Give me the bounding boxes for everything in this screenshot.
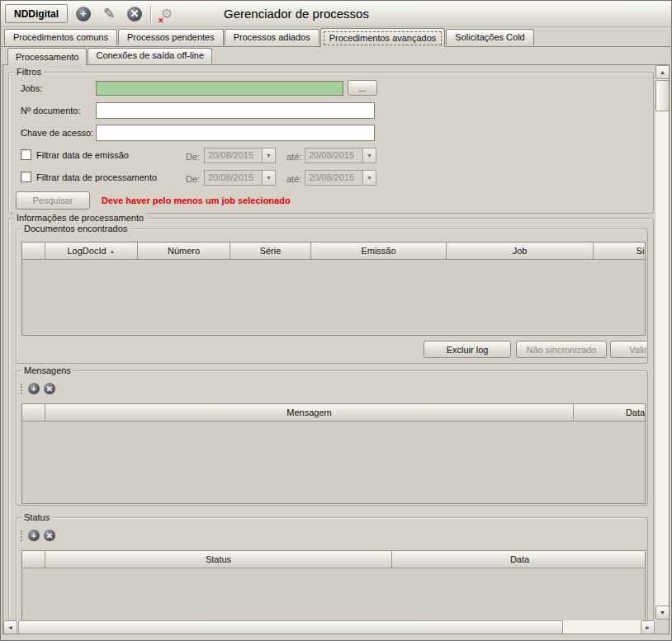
excluir-log-button[interactable]: Excluir log [424, 341, 511, 358]
documentos-clip: LogDocId ▲ Número Série Emissão [17, 230, 646, 362]
mensagens-add-icon[interactable]: + [28, 383, 40, 394]
filtrar-emissao-checkbox[interactable] [21, 149, 31, 160]
col-header-numero[interactable]: Número [138, 243, 230, 260]
tab-label: Processos pendentes [127, 32, 215, 42]
nddigital-menu-button[interactable]: NDDigital [5, 4, 68, 23]
tab-processos-pendentes[interactable]: Processos pendentes [118, 29, 224, 45]
processamento-ate-label: até: [286, 173, 301, 185]
row-selector-header[interactable] [22, 404, 45, 422]
col-header-mensagem[interactable]: Mensagem [45, 404, 574, 422]
jobs-browse-button[interactable]: ... [348, 80, 377, 96]
col-label: Sin [637, 246, 646, 256]
main-toolbar: NDDigital + ✎ ✕ ⚙ ✕ Gerenciador de proce… [1, 1, 671, 27]
messages-grid: Mensagem Data [21, 403, 646, 504]
tab-conexoes-saida-offline[interactable]: Conexões de saída off-line [88, 48, 212, 64]
horizontal-scroll-thumb[interactable] [18, 620, 563, 634]
scrollbar-corner [655, 620, 669, 634]
scroll-left-button[interactable]: ◄ [3, 620, 17, 634]
main-tab-strip: Procedimentos comuns Processos pendentes… [4, 28, 671, 47]
col-header-status[interactable]: Status [45, 551, 392, 568]
documents-grid-header: LogDocId ▲ Número Série Emissão [22, 243, 645, 260]
documents-grid-body[interactable] [22, 260, 645, 336]
col-label: Série [260, 246, 282, 256]
chave-acesso-label: Chave de acesso: [21, 127, 93, 139]
status-add-icon[interactable]: + [28, 530, 40, 541]
scroll-up-button[interactable]: ▲ [655, 65, 670, 79]
emissao-de-datepicker[interactable]: 20/08/2015 ▼ [204, 148, 276, 163]
cancel-process-button-disabled: ⚙ ✕ [157, 4, 177, 24]
filtrar-emissao-label: Filtrar data de emissão [36, 149, 129, 161]
filtrar-processamento-checkbox[interactable] [21, 172, 31, 182]
col-header-data[interactable]: Data [392, 551, 646, 568]
app-title: Gerenciador de processos [224, 7, 369, 21]
mensagens-delete-icon[interactable]: ✕ [44, 383, 55, 394]
dropdown-arrow-icon: ▼ [262, 171, 275, 185]
emissao-ate-datepicker[interactable]: 20/08/2015 ▼ [305, 148, 376, 163]
tab-processos-adiados[interactable]: Processos adiados [225, 29, 319, 45]
status-clip: + ✕ Status Data [17, 519, 646, 634]
red-x-overlay-icon: ✕ [158, 16, 164, 25]
col-label: Data [626, 408, 645, 417]
col-label: Data [510, 554, 529, 564]
col-label: Emissão [361, 246, 395, 256]
toolbar-grip [21, 384, 22, 394]
messages-grid-header: Mensagem Data [22, 404, 645, 422]
filtros-legend: Filtros [14, 67, 44, 78]
emissao-de-label: De: [186, 151, 200, 163]
add-icon: + [76, 7, 91, 21]
tab-procedimentos-comuns[interactable]: Procedimentos comuns [4, 29, 117, 45]
processamento-de-label: De: [186, 173, 200, 185]
app-window: NDDigital + ✎ ✕ ⚙ ✕ Gerenciador de proce… [0, 0, 672, 641]
informacoes-legend: Informações de processamento [14, 213, 146, 224]
tab-processamento[interactable]: Processamento [7, 48, 87, 65]
tab-label: Processos adiados [234, 32, 310, 42]
processamento-de-datepicker[interactable]: 20/08/2015 ▼ [204, 170, 276, 186]
delete-button[interactable]: ✕ [125, 4, 144, 24]
validar-button[interactable]: Validar [610, 341, 646, 358]
col-header-serie[interactable]: Série [230, 243, 311, 260]
jobs-warning-text: Deve haver pelo menos um job selecionado [102, 196, 291, 205]
emissao-ate-value: 20/08/2015 [305, 148, 362, 163]
col-label: Job [513, 246, 528, 256]
add-button[interactable]: + [73, 4, 93, 24]
dropdown-arrow-icon: ▼ [362, 171, 376, 185]
chave-acesso-input[interactable] [96, 125, 375, 141]
tab-procedimentos-avancados[interactable]: Procedimentos avançados [320, 28, 446, 47]
tab-label: Conexões de saída off-line [96, 50, 204, 60]
tab-label: Procedimentos avançados [329, 33, 437, 43]
status-grid-header: Status Data [22, 551, 645, 568]
nao-sincronizado-button[interactable]: Não sincronizado [516, 341, 607, 358]
dropdown-arrow-icon: ▼ [362, 148, 376, 163]
vertical-scroll-thumb[interactable] [655, 80, 670, 111]
tab-label: Procedimentos comuns [13, 32, 108, 42]
jobs-input[interactable] [96, 81, 343, 96]
col-header-data[interactable]: Data [574, 404, 646, 422]
row-selector-header[interactable] [22, 551, 45, 568]
documento-input[interactable] [96, 102, 375, 119]
status-delete-icon[interactable]: ✕ [44, 530, 55, 541]
tab-label: Solicitações Cold [455, 32, 524, 42]
row-selector-header[interactable] [22, 243, 45, 260]
pesquisar-button[interactable]: Pesquisar [16, 191, 90, 210]
processamento-panel: Filtros Jobs: ... Nº documento: Chave de… [2, 64, 670, 634]
toolbar-separator [150, 6, 151, 22]
messages-grid-body[interactable] [22, 422, 645, 504]
filtrar-processamento-label: Filtrar data de processamento [36, 172, 157, 183]
jobs-label: Jobs: [21, 82, 42, 94]
scroll-right-button[interactable]: ► [641, 620, 655, 634]
tab-solicitacoes-cold[interactable]: Solicitações Cold [446, 29, 533, 45]
horizontal-scrollbar[interactable]: ◄ ► [3, 620, 655, 634]
col-header-job[interactable]: Job [447, 243, 594, 260]
scroll-down-button[interactable]: ▼ [655, 606, 670, 620]
processamento-ate-datepicker[interactable]: 20/08/2015 ▼ [305, 170, 376, 186]
col-header-sincronizado[interactable]: Sin [594, 243, 646, 260]
col-label: LogDocId [67, 246, 106, 256]
status-groupbox: Status + ✕ Status [16, 517, 648, 634]
edit-button[interactable]: ✎ [99, 4, 119, 24]
col-header-logdocid[interactable]: LogDocId ▲ [45, 243, 138, 260]
vertical-scrollbar[interactable]: ▲ ▼ [655, 65, 669, 620]
documentos-encontrados-groupbox: Documentos encontrados LogDocId ▲ Número [16, 229, 648, 364]
documents-grid: LogDocId ▲ Número Série Emissão [21, 242, 646, 336]
col-label: Mensagem [286, 408, 331, 417]
col-header-emissao[interactable]: Emissão [311, 243, 447, 260]
